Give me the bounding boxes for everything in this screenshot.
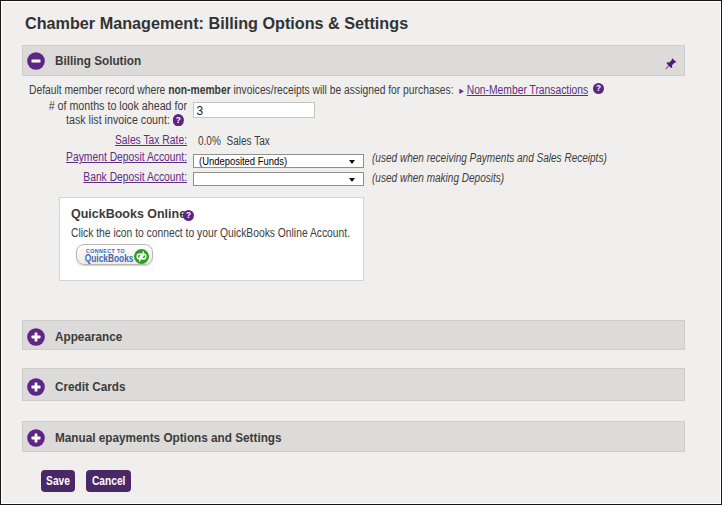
svg-text:?: ? bbox=[596, 84, 601, 93]
svg-text:?: ? bbox=[176, 115, 181, 126]
svg-text:?: ? bbox=[186, 211, 191, 220]
